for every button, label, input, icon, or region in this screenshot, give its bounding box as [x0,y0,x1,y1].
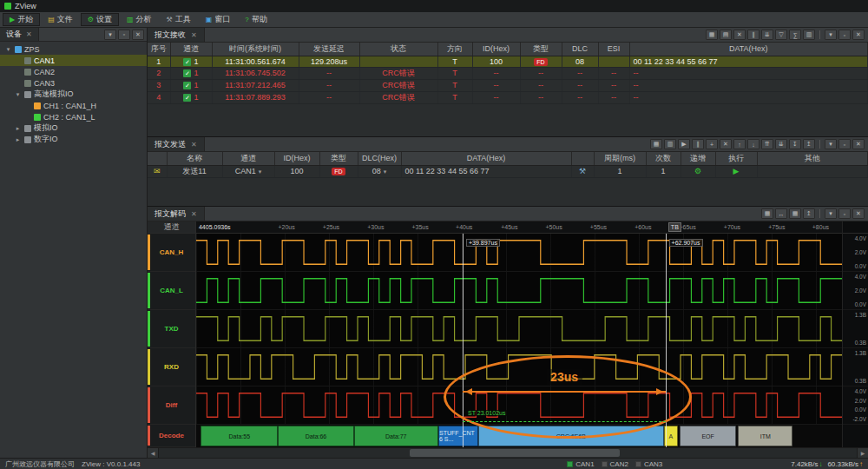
close-icon[interactable]: ✕ [132,30,144,40]
column-header[interactable]: 执行 [715,152,757,165]
float-icon[interactable]: ▫ [838,208,851,219]
scroll-right-icon[interactable]: ▶ [857,448,868,458]
cell[interactable]: FD [319,165,358,177]
sidebar-item-can3[interactable]: CAN3 [0,77,147,89]
receive-tab[interactable]: 报文接收 ✕ [148,28,205,42]
sidebar-item-ch1-can1-h[interactable]: CH1 : CAN1_H [0,100,147,111]
close-icon[interactable]: ✕ [852,30,865,40]
status-channel-can1[interactable]: CAN1 [567,460,594,468]
grid-icon[interactable]: ▦ [761,208,773,219]
menu-icon[interactable]: ▾ [825,30,837,40]
decode-tab[interactable]: 报文解码 ✕ [148,207,205,221]
sidebar-item-ch2-can1-l[interactable]: CH2 : CAN1_L [0,111,147,122]
columns-icon[interactable]: ▥ [803,30,815,40]
increment-gear-icon[interactable]: ⚙ [694,167,701,175]
column-header[interactable]: DLC(Hex) [358,152,401,165]
column-header[interactable]: 通道 [222,152,274,165]
expander-icon[interactable]: ▾ [14,91,22,98]
column-header[interactable]: 序号 [148,43,170,56]
column-header[interactable]: 递增 [681,152,715,165]
scrollbar-track[interactable] [159,448,857,458]
menu-item-window[interactable]: ▣窗口 [199,13,238,26]
wrench-icon[interactable]: ⚒ [579,167,586,175]
scroll-left-icon[interactable]: ◀ [148,448,159,458]
status-channel-can2[interactable]: CAN2 [602,460,628,468]
column-header[interactable]: 时间(系统时间) [212,43,299,56]
table-row[interactable]: 2✓111:31:06.745.502--CRC错误T---------- [148,67,868,79]
decode-segment[interactable]: Data:55 [201,426,278,446]
bottom-icon[interactable]: ⇊ [775,139,787,149]
sidebar-item-analog-io[interactable]: ▸模拟IO [0,122,147,134]
decode-segment[interactable]: STUFF_CNT 6 S... [438,426,478,446]
column-header[interactable]: 名称 [167,152,222,165]
trigger-marker[interactable]: TB [668,222,681,232]
channel-label-rxd[interactable]: RXD [148,348,195,386]
column-header[interactable]: ESI [598,43,629,56]
pause-icon[interactable]: ∥ [747,30,760,40]
channel-label-decode[interactable]: Decode [148,425,195,447]
measure-icon[interactable]: ↔ [775,208,787,219]
column-header[interactable]: 次数 [646,152,681,165]
column-header[interactable]: DATA(Hex) [401,152,571,165]
sidebar-item-digital-io[interactable]: ▸数字IO [0,134,147,145]
float-icon[interactable]: ▫ [838,30,851,40]
expander-icon[interactable]: ▾ [4,46,12,53]
column-header[interactable]: 类型 [520,43,562,56]
column-header[interactable]: 发送延迟 [299,43,359,56]
menu-item-tools[interactable]: ⚒工具 [159,13,197,26]
sidebar-item-can1[interactable]: CAN1 [0,55,147,66]
chevron-down-icon[interactable]: ▾ [259,168,262,175]
menu-icon[interactable]: ▾ [825,208,837,219]
channel-label-txd[interactable]: TXD [148,310,195,348]
send-tab[interactable]: 报文发送 ✕ [148,137,205,151]
cell[interactable]: ⚙ [681,165,715,177]
close-icon[interactable]: ✕ [852,208,865,219]
delete-icon[interactable]: ✕ [720,139,732,149]
column-header[interactable]: 通道 [170,43,212,56]
cell[interactable]: ⚒ [571,165,594,177]
cell[interactable]: CAN1▾ [222,165,274,177]
columns-icon[interactable]: ▥ [664,139,676,149]
sidebar-item-can2[interactable]: CAN2 [0,66,147,77]
filter-icon[interactable]: ▽ [775,30,787,40]
clear-icon[interactable]: ✕ [733,30,746,40]
save-icon[interactable]: ▦ [706,30,718,40]
column-header[interactable]: ID(Hex) [472,43,520,56]
column-header[interactable]: ID(Hex) [274,152,319,165]
column-header[interactable]: 类型 [319,152,358,165]
save-icon[interactable]: ▦ [789,208,801,219]
pause-icon[interactable]: ∥ [692,139,704,149]
column-header[interactable] [571,152,594,165]
table-row[interactable]: 1✓111:31:00.561.674129.208usT100FD0800 1… [148,56,868,67]
export-icon[interactable]: ↥ [803,208,815,219]
cell[interactable]: 00 11 22 33 44 55 66 77 [401,165,571,177]
close-icon[interactable]: ✕ [191,31,197,39]
cell[interactable]: ▶ [715,165,757,177]
down-icon[interactable]: ↓ [747,139,760,149]
device-tab[interactable]: 设备 ✕ [0,28,39,41]
float-icon[interactable]: ▫ [838,139,851,149]
column-header[interactable]: 方向 [437,43,472,56]
menu-icon[interactable]: ▾ [825,139,837,149]
column-header[interactable] [148,152,167,165]
table-row[interactable]: 3✓111:31:07.212.465--CRC错误T---------- [148,79,868,91]
cell[interactable]: 08▾ [358,165,401,177]
menu-icon[interactable]: ▾ [104,30,116,40]
close-icon[interactable]: ✕ [191,141,197,149]
menu-item-help[interactable]: ?帮助 [238,13,273,26]
menu-item-file[interactable]: ▤文件 [41,13,80,26]
channel-label-diff[interactable]: Diff [148,386,195,425]
pin-icon[interactable]: ▫ [118,30,130,40]
export-icon[interactable]: ↥ [803,139,815,149]
column-header[interactable]: 周期(ms) [594,152,646,165]
up-icon[interactable]: ↑ [733,139,746,149]
column-header[interactable]: DLC [562,43,598,56]
decode-segment[interactable]: Data:66 [278,426,353,446]
decode-segment[interactable]: EOF [680,426,736,446]
run-play-icon[interactable]: ▶ [733,167,740,175]
channel-label-can_l[interactable]: CAN_L [148,272,195,310]
cell[interactable]: 1 [646,165,681,177]
scrollbar-thumb[interactable] [410,449,619,457]
channel-label-can_h[interactable]: CAN_H [148,234,195,272]
menu-item-analysis[interactable]: ▥分析 [120,13,159,26]
